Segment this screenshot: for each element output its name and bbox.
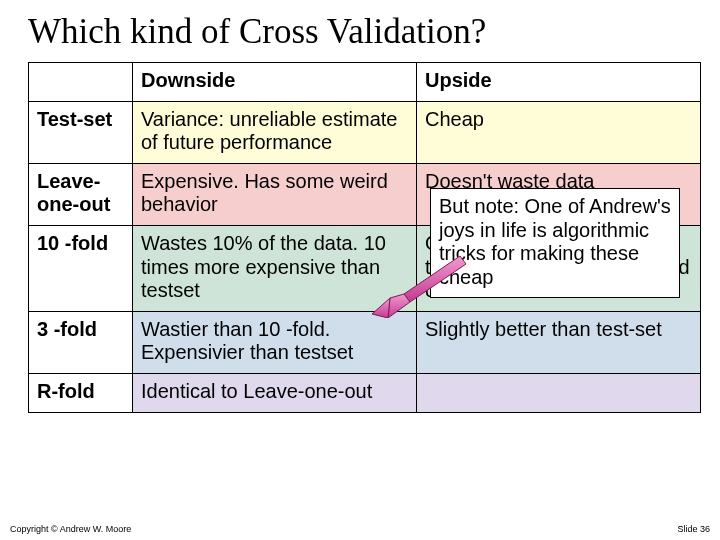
row-3fold: 3 -fold Wastier than 10 -fold. Expensivi… [29, 311, 701, 373]
row-rfold: R-fold Identical to Leave-one-out [29, 373, 701, 412]
label-testset: Test-set [29, 101, 133, 163]
header-blank [29, 63, 133, 102]
row-testset: Test-set Variance: unreliable estimate o… [29, 101, 701, 163]
copyright-text: Copyright © Andrew W. Moore [10, 524, 131, 534]
label-10fold: 10 -fold [29, 225, 133, 311]
table-header-row: Downside Upside [29, 63, 701, 102]
label-3fold: 3 -fold [29, 311, 133, 373]
slide-title: Which kind of Cross Validation? [0, 0, 720, 58]
threefold-upside: Slightly better than test-set [417, 311, 701, 373]
slide-number: Slide 36 [677, 524, 710, 534]
header-upside: Upside [417, 63, 701, 102]
threefold-downside: Wastier than 10 -fold. Expensivier than … [133, 311, 417, 373]
rfold-upside [417, 373, 701, 412]
testset-upside: Cheap [417, 101, 701, 163]
rfold-downside: Identical to Leave-one-out [133, 373, 417, 412]
header-downside: Downside [133, 63, 417, 102]
label-rfold: R-fold [29, 373, 133, 412]
loo-downside: Expensive. Has some weird behavior [133, 163, 417, 225]
label-loo: Leave-one-out [29, 163, 133, 225]
testset-downside: Variance: unreliable estimate of future … [133, 101, 417, 163]
callout-note: But note: One of Andrew's joys in life i… [430, 188, 680, 298]
tenfold-downside: Wastes 10% of the data. 10 times more ex… [133, 225, 417, 311]
